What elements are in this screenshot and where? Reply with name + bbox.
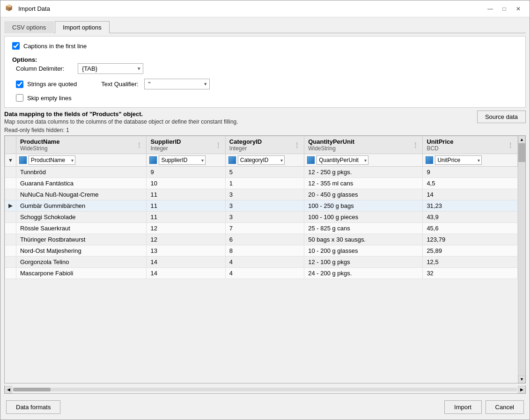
import-button[interactable]: Import bbox=[444, 400, 482, 414]
maximize-button[interactable]: □ bbox=[498, 4, 511, 14]
vscroll-track[interactable] bbox=[518, 143, 525, 376]
tab-csv[interactable]: CSV options bbox=[4, 21, 54, 33]
mapping-header: Data mapping to the fields of "Products"… bbox=[4, 111, 526, 125]
cell-supplierid: 11 bbox=[147, 212, 225, 223]
source-data-button[interactable]: Source data bbox=[477, 111, 526, 123]
col-name-quantityperunit: QuantityPerUnit bbox=[308, 138, 354, 145]
cell-supplierid: 10 bbox=[147, 178, 225, 189]
hscroll-right-button[interactable]: ▶ bbox=[518, 386, 525, 393]
vscroll-up-button[interactable]: ▲ bbox=[518, 136, 525, 143]
cell-productname: Schoggi Schokolade bbox=[16, 212, 147, 223]
map-select-quantityperunit-container: QuantityPerUnit bbox=[307, 155, 420, 165]
map-select-categoryid[interactable]: CategoryID bbox=[238, 155, 285, 165]
map-icon-productname bbox=[19, 156, 27, 164]
strings-quoted-checkbox[interactable] bbox=[16, 81, 23, 88]
map-select-categoryid-container: CategoryID bbox=[228, 155, 301, 165]
cell-unitprice: 9 bbox=[423, 167, 518, 178]
map-cell-unitprice: UnitPrice bbox=[423, 154, 518, 167]
title-bar: 📦 Import Data ― □ ✕ bbox=[0, 0, 530, 17]
row-arrow-cell bbox=[5, 223, 16, 234]
map-select-quantityperunit[interactable]: QuantityPerUnit bbox=[317, 155, 368, 165]
cell-supplierid: 9 bbox=[147, 167, 225, 178]
cell-supplierid: 12 bbox=[147, 234, 225, 245]
dialog-body: CSV options Import options Captions in t… bbox=[0, 17, 530, 420]
map-select-supplierid-container: SupplierID bbox=[149, 155, 222, 165]
col-drag-productname[interactable]: ⋮ bbox=[136, 141, 142, 149]
mapping-section: Data mapping to the fields of "Products"… bbox=[4, 111, 526, 394]
map-arrow-cell: ▼ bbox=[5, 154, 16, 167]
tab-import[interactable]: Import options bbox=[55, 21, 109, 33]
col-drag-categoryid[interactable]: ⋮ bbox=[294, 141, 300, 149]
skip-empty-lines-row: Skip empty lines bbox=[16, 94, 518, 102]
column-delimiter-select[interactable]: {TAB} , ; | bbox=[78, 63, 143, 74]
hscroll-left-button[interactable]: ◀ bbox=[5, 386, 12, 393]
col-name-supplierid: SupplierID bbox=[150, 138, 181, 145]
cell-quantityperunit: 12 - 250 g pkgs. bbox=[304, 167, 423, 178]
table-body: Tunnbröd9512 - 250 g pkgs.9Guaraná Fantá… bbox=[5, 167, 518, 279]
row-arrow-cell bbox=[5, 257, 16, 268]
col-drag-supplierid[interactable]: ⋮ bbox=[215, 141, 221, 149]
dialog-window: 📦 Import Data ― □ ✕ CSV options Import o… bbox=[0, 0, 530, 420]
map-select-unitprice[interactable]: UnitPrice bbox=[435, 155, 482, 165]
options-panel: Captions in the first line Options: Colu… bbox=[4, 36, 526, 108]
cancel-button[interactable]: Cancel bbox=[486, 400, 524, 414]
cell-productname: Rössle Sauerkraut bbox=[16, 223, 147, 234]
options-section-label: Options: bbox=[12, 56, 518, 63]
table-row: Rössle Sauerkraut12725 - 825 g cans45,6 bbox=[5, 223, 518, 234]
row-arrow-cell bbox=[5, 245, 16, 257]
minimize-button[interactable]: ― bbox=[484, 4, 497, 14]
vscroll-thumb[interactable] bbox=[518, 143, 525, 162]
captions-first-line-checkbox[interactable] bbox=[12, 42, 20, 50]
cell-unitprice: 12,5 bbox=[423, 257, 518, 268]
close-button[interactable]: ✕ bbox=[512, 4, 525, 14]
cell-categoryid: 7 bbox=[225, 223, 304, 234]
hscroll-track[interactable] bbox=[13, 388, 517, 391]
map-icon-quantityperunit bbox=[307, 156, 315, 164]
window-title: Import Data bbox=[18, 5, 480, 12]
window-controls: ― □ ✕ bbox=[484, 4, 525, 14]
cell-supplierid: 14 bbox=[147, 257, 225, 268]
data-formats-button[interactable]: Data formats bbox=[6, 400, 60, 414]
cell-categoryid: 3 bbox=[225, 189, 304, 200]
cell-productname: Guaraná Fantástica bbox=[16, 178, 147, 189]
skip-empty-lines-label: Skip empty lines bbox=[27, 95, 72, 102]
map-cell-quantityperunit: QuantityPerUnit bbox=[304, 154, 423, 167]
table-scroll[interactable]: ProductName WideString ⋮ bbox=[5, 136, 518, 383]
cell-productname: Tunnbröd bbox=[16, 167, 147, 178]
cell-supplierid: 12 bbox=[147, 223, 225, 234]
cell-unitprice: 43,9 bbox=[423, 212, 518, 223]
col-drag-unitprice[interactable]: ⋮ bbox=[507, 141, 514, 149]
skip-empty-lines-checkbox[interactable] bbox=[16, 94, 23, 102]
col-drag-quantityperunit[interactable]: ⋮ bbox=[412, 141, 419, 149]
col-name-productname: ProductName bbox=[20, 138, 60, 145]
cell-unitprice: 32 bbox=[423, 268, 518, 279]
table-row: Thüringer Rostbratwurst12650 bags x 30 s… bbox=[5, 234, 518, 245]
column-delimiter-label: Column Delimiter: bbox=[16, 65, 72, 72]
cell-categoryid: 3 bbox=[225, 200, 304, 212]
cell-quantityperunit: 12 - 100 g pkgs bbox=[304, 257, 423, 268]
options-grid: Column Delimiter: {TAB} , ; | bbox=[16, 63, 518, 102]
text-qualifier-select[interactable]: " ' None bbox=[144, 79, 210, 89]
cell-categoryid: 4 bbox=[225, 257, 304, 268]
window-icon: 📦 bbox=[5, 4, 15, 14]
map-cell-productname: ProductName bbox=[16, 154, 147, 167]
tab-bar: CSV options Import options bbox=[4, 21, 526, 33]
cell-unitprice: 123,79 bbox=[423, 234, 518, 245]
table-row: Tunnbröd9512 - 250 g pkgs.9 bbox=[5, 167, 518, 178]
col-arrow-header bbox=[5, 136, 16, 154]
strings-quoted-row: Strings are quoted Text Qualifier: " ' N… bbox=[16, 79, 518, 89]
vertical-scrollbar[interactable]: ▲ ▼ bbox=[518, 136, 525, 383]
horizontal-scrollbar[interactable]: ◀ ▶ bbox=[4, 385, 526, 394]
map-select-supplierid[interactable]: SupplierID bbox=[159, 155, 206, 165]
map-select-quantityperunit-wrapper: QuantityPerUnit bbox=[317, 155, 368, 165]
row-arrow-cell bbox=[5, 268, 16, 279]
captions-first-line-row: Captions in the first line bbox=[12, 42, 518, 50]
column-delimiter-select-wrapper: {TAB} , ; | bbox=[78, 63, 143, 74]
hscroll-thumb[interactable] bbox=[13, 388, 51, 391]
map-select-productname[interactable]: ProductName bbox=[29, 155, 75, 165]
col-type-supplierid: Integer bbox=[150, 145, 181, 152]
col-name-categoryid: CategoryID bbox=[229, 138, 262, 145]
col-header-supplierid: SupplierID Integer ⋮ bbox=[147, 136, 225, 154]
vscroll-down-button[interactable]: ▼ bbox=[518, 376, 525, 383]
row-arrow-cell: ▶ bbox=[5, 200, 16, 212]
